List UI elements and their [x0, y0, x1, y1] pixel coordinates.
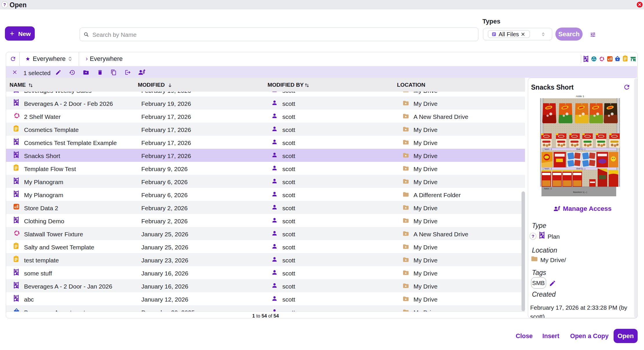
svg-text:Shelf 3(↔): Shelf 3(↔) [576, 168, 585, 170]
svg-text:Notch: -1: Notch: -1 [544, 168, 552, 170]
svg-text:Shelf 1(↔): Shelf 1(↔) [576, 148, 585, 150]
svg-text:Notch: -1: Notch: -1 [544, 188, 552, 190]
svg-text:?: ? [532, 234, 534, 239]
svg-text:Basedeck 1(↔): Basedeck 1(↔) [573, 191, 587, 193]
svg-text:?: ? [3, 2, 6, 7]
svg-text:Notch: -1: Notch: -1 [544, 148, 552, 150]
